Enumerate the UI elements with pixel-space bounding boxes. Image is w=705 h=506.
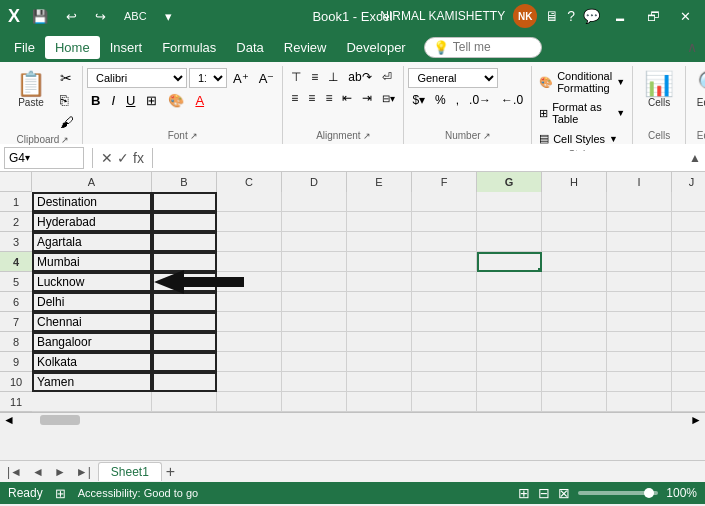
align-middle-btn[interactable]: ≡ bbox=[307, 68, 322, 86]
row-num-8[interactable]: 8 bbox=[0, 332, 32, 352]
cell-b9[interactable] bbox=[152, 352, 217, 372]
cell-j10[interactable] bbox=[672, 372, 705, 392]
ribbon-collapse-btn[interactable]: ∧ bbox=[683, 35, 701, 59]
align-center-btn[interactable]: ≡ bbox=[304, 89, 319, 107]
cell-i6[interactable] bbox=[607, 292, 672, 312]
sheet-nav-prev-btn[interactable]: ◄ bbox=[29, 465, 47, 479]
tell-me-box[interactable]: 💡 bbox=[424, 37, 542, 58]
confirm-formula-btn[interactable]: ✓ bbox=[117, 150, 129, 166]
cell-e5[interactable] bbox=[347, 272, 412, 292]
clipboard-expand-btn[interactable]: ↗ bbox=[61, 135, 69, 145]
customize-quick-access-btn[interactable]: ▾ bbox=[159, 7, 178, 26]
row-num-10[interactable]: 10 bbox=[0, 372, 32, 392]
cell-i3[interactable] bbox=[607, 232, 672, 252]
increase-decimal-btn[interactable]: .0→ bbox=[465, 91, 495, 109]
cell-h5[interactable] bbox=[542, 272, 607, 292]
cell-i11[interactable] bbox=[607, 392, 672, 412]
cancel-formula-btn[interactable]: ✕ bbox=[101, 150, 113, 166]
cell-e1[interactable] bbox=[347, 192, 412, 212]
horizontal-scroll-track[interactable] bbox=[20, 415, 685, 425]
cell-c9[interactable] bbox=[217, 352, 282, 372]
cell-j3[interactable] bbox=[672, 232, 705, 252]
cell-e4[interactable] bbox=[347, 252, 412, 272]
cell-f10[interactable] bbox=[412, 372, 477, 392]
cell-h7[interactable] bbox=[542, 312, 607, 332]
cell-e8[interactable] bbox=[347, 332, 412, 352]
row-num-11[interactable]: 11 bbox=[0, 392, 32, 412]
cell-b10[interactable] bbox=[152, 372, 217, 392]
close-btn[interactable]: ✕ bbox=[674, 7, 697, 26]
cell-c7[interactable] bbox=[217, 312, 282, 332]
cell-j9[interactable] bbox=[672, 352, 705, 372]
tell-me-input[interactable] bbox=[453, 40, 533, 54]
sheet-nav-last-btn[interactable]: ►| bbox=[73, 465, 94, 479]
editing-button[interactable]: 🔍 Editing bbox=[690, 68, 705, 111]
cell-g8[interactable] bbox=[477, 332, 542, 352]
increase-font-btn[interactable]: A⁺ bbox=[229, 69, 253, 88]
cell-i1[interactable] bbox=[607, 192, 672, 212]
top-left-corner[interactable] bbox=[0, 172, 32, 192]
minimize-btn[interactable]: 🗕 bbox=[608, 7, 633, 26]
page-break-btn[interactable]: ⊠ bbox=[558, 485, 570, 501]
cell-i8[interactable] bbox=[607, 332, 672, 352]
zoom-slider[interactable] bbox=[578, 491, 658, 495]
menu-item-insert[interactable]: Insert bbox=[100, 36, 153, 59]
row-num-6[interactable]: 6 bbox=[0, 292, 32, 312]
cell-a6[interactable]: Delhi bbox=[32, 292, 152, 312]
cell-d10[interactable] bbox=[282, 372, 347, 392]
col-header-i[interactable]: I bbox=[607, 172, 672, 192]
formula-bar-expand-btn[interactable]: ▲ bbox=[689, 151, 701, 165]
cell-e6[interactable] bbox=[347, 292, 412, 312]
cell-c1[interactable] bbox=[217, 192, 282, 212]
cell-g1[interactable] bbox=[477, 192, 542, 212]
cell-c2[interactable] bbox=[217, 212, 282, 232]
cell-e11[interactable] bbox=[347, 392, 412, 412]
new-sheet-btn[interactable]: + bbox=[166, 463, 175, 481]
increase-indent-btn[interactable]: ⇥ bbox=[358, 89, 376, 107]
cell-d9[interactable] bbox=[282, 352, 347, 372]
col-header-h[interactable]: H bbox=[542, 172, 607, 192]
cell-b8[interactable] bbox=[152, 332, 217, 352]
col-header-f[interactable]: F bbox=[412, 172, 477, 192]
cell-c10[interactable] bbox=[217, 372, 282, 392]
cell-g11[interactable] bbox=[477, 392, 542, 412]
cells-button[interactable]: 📊 Cells bbox=[637, 68, 681, 111]
cell-a11[interactable] bbox=[32, 392, 152, 412]
cell-g7[interactable] bbox=[477, 312, 542, 332]
cell-g9[interactable] bbox=[477, 352, 542, 372]
font-expand-btn[interactable]: ↗ bbox=[190, 131, 198, 141]
help-icon[interactable]: ? bbox=[567, 8, 575, 24]
col-header-j[interactable]: J bbox=[672, 172, 705, 192]
number-expand-btn[interactable]: ↗ bbox=[483, 131, 491, 141]
menu-item-data[interactable]: Data bbox=[226, 36, 273, 59]
cell-e3[interactable] bbox=[347, 232, 412, 252]
format-as-table-btn[interactable]: ⊞ Format as Table ▼ bbox=[536, 99, 628, 127]
cell-a5[interactable]: Lucknow bbox=[32, 272, 152, 292]
cell-d2[interactable] bbox=[282, 212, 347, 232]
cell-f7[interactable] bbox=[412, 312, 477, 332]
row-num-7[interactable]: 7 bbox=[0, 312, 32, 332]
cell-h1[interactable] bbox=[542, 192, 607, 212]
cell-a4[interactable]: Mumbai bbox=[32, 252, 152, 272]
italic-button[interactable]: I bbox=[107, 91, 119, 110]
cell-j6[interactable] bbox=[672, 292, 705, 312]
col-header-g[interactable]: G bbox=[477, 172, 542, 192]
menu-item-file[interactable]: File bbox=[4, 36, 45, 59]
cell-g5[interactable] bbox=[477, 272, 542, 292]
cell-d11[interactable] bbox=[282, 392, 347, 412]
align-left-btn[interactable]: ≡ bbox=[287, 89, 302, 107]
decrease-font-btn[interactable]: A⁻ bbox=[255, 69, 279, 88]
formula-input[interactable] bbox=[161, 151, 685, 165]
menu-item-review[interactable]: Review bbox=[274, 36, 337, 59]
col-header-b[interactable]: B bbox=[152, 172, 217, 192]
wrap-text-btn[interactable]: ⏎ bbox=[378, 68, 396, 86]
alignment-expand-btn[interactable]: ↗ bbox=[363, 131, 371, 141]
cell-c3[interactable] bbox=[217, 232, 282, 252]
align-right-btn[interactable]: ≡ bbox=[321, 89, 336, 107]
align-top-btn[interactable]: ⊤ bbox=[287, 68, 305, 86]
horizontal-scroll-thumb[interactable] bbox=[40, 415, 80, 425]
cell-a3[interactable]: Agartala bbox=[32, 232, 152, 252]
col-header-c[interactable]: C bbox=[217, 172, 282, 192]
restore-btn[interactable]: 🗗 bbox=[641, 7, 666, 26]
cell-a1[interactable]: Destination bbox=[32, 192, 152, 212]
